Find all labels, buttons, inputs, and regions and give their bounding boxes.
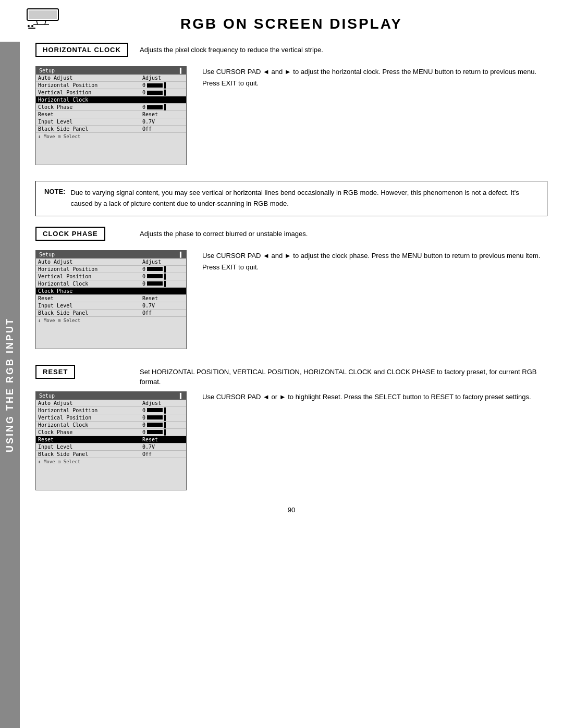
menu-title-1: Setup — [39, 68, 55, 73]
reset-instructions: Use CURSOR PAD ◄ or ► to highlight Reset… — [202, 391, 547, 403]
svg-point-5 — [28, 25, 30, 27]
page-title: RGB ON SCREEN DISPLAY — [35, 16, 547, 32]
menu-row: Auto Adjust Adjust — [36, 400, 186, 407]
note-box: NOTE: Due to varying signal content, you… — [35, 181, 547, 216]
page-number: 90 — [35, 506, 547, 514]
reset-description: Set HORIZONTAL POSITION, VERTICAL POSITI… — [140, 365, 547, 387]
svg-point-6 — [31, 25, 33, 27]
reset-menu: Setup ▌ Auto Adjust Adjust Horizontal Po… — [35, 391, 187, 490]
menu-row: Horizontal Position 0 ▌ — [36, 266, 186, 273]
svg-rect-7 — [28, 28, 35, 29]
menu-row: Horizontal Position 0 ▌ — [36, 82, 186, 89]
horizontal-clock-menu: Setup ▌ Auto Adjust Adjust Horizontal Po… — [35, 66, 187, 165]
menu-row: Reset Reset — [36, 111, 186, 118]
menu-row: Auto Adjust Adjust — [36, 258, 186, 266]
horizontal-clock-instructions: Use CURSOR PAD ◄ and ► to adjust the hor… — [202, 66, 547, 89]
menu-row: Input Level 0.7V — [36, 302, 186, 310]
clock-phase-description: Adjusts the phase to correct blurred or … — [140, 227, 547, 239]
menu-row: Vertical Position 0 ▌ — [36, 89, 186, 96]
note-label: NOTE: — [44, 188, 65, 209]
horizontal-clock-label: HORIZONTAL CLOCK — [35, 43, 128, 57]
reset-label: RESET — [35, 365, 75, 379]
sidebar-label: USING THE RGB INPUT — [5, 317, 16, 452]
menu-row: Black Side Panel Off — [36, 310, 186, 317]
note-text: Due to varying signal content, you may s… — [70, 188, 538, 209]
menu-row: Vertical Position 0 ▌ — [36, 414, 186, 422]
menu-title-3: Setup — [39, 393, 55, 399]
menu-footer-3: ↕ Move ⊞ Select — [36, 458, 186, 465]
menu-row: Horizontal Position 0 ▌ — [36, 407, 186, 414]
menu-row: Reset Reset — [36, 295, 186, 302]
menu-cursor-3: ▌ — [180, 393, 183, 399]
menu-title-2: Setup — [39, 252, 55, 257]
menu-row: Black Side Panel Off — [36, 126, 186, 133]
monitor-icon — [26, 8, 68, 30]
menu-row: Auto Adjust Adjust — [36, 75, 186, 82]
horizontal-clock-description: Adjusts the pixel clock frequency to red… — [140, 43, 547, 55]
menu-row: Input Level 0.7V — [36, 118, 186, 126]
menu-row: Clock Phase 0 ▌ — [36, 429, 186, 436]
menu-row: Clock Phase 0 ▌ — [36, 104, 186, 111]
clock-phase-menu: Setup ▌ Auto Adjust Adjust Horizontal Po… — [35, 250, 187, 349]
clock-phase-label: CLOCK PHASE — [35, 227, 105, 241]
sidebar: USING THE RGB INPUT — [0, 42, 20, 728]
main-content: RGB ON SCREEN DISPLAY HORIZONTAL CLOCK A… — [20, 0, 563, 535]
menu-row: Vertical Position 0 ▌ — [36, 273, 186, 280]
menu-footer-2: ↕ Move ⊞ Select — [36, 317, 186, 324]
svg-line-3 — [45, 20, 46, 24]
menu-row: Input Level 0.7V — [36, 443, 186, 451]
menu-cursor-1: ▌ — [180, 68, 183, 73]
svg-line-2 — [36, 20, 38, 24]
menu-row-highlighted: Horizontal Clock — [36, 96, 186, 104]
menu-row: Black Side Panel Off — [36, 451, 186, 458]
section-horizontal-clock: HORIZONTAL CLOCK Adjusts the pixel clock… — [35, 43, 547, 165]
section-reset: RESET Set HORIZONTAL POSITION, VERTICAL … — [35, 365, 547, 490]
menu-row: Horizontal Clock 0 ▌ — [36, 280, 186, 288]
section-clock-phase: CLOCK PHASE Adjusts the phase to correct… — [35, 227, 547, 349]
menu-row-highlighted: Clock Phase — [36, 288, 186, 295]
menu-cursor-2: ▌ — [180, 252, 183, 257]
menu-row-highlighted: Reset Reset — [36, 436, 186, 443]
clock-phase-instructions: Use CURSOR PAD ◄ and ► to adjust the clo… — [202, 250, 547, 273]
svg-rect-1 — [29, 10, 57, 19]
menu-footer: ↕ Move ⊞ Select — [36, 133, 186, 140]
menu-row: Horizontal Clock 0 ▌ — [36, 422, 186, 429]
